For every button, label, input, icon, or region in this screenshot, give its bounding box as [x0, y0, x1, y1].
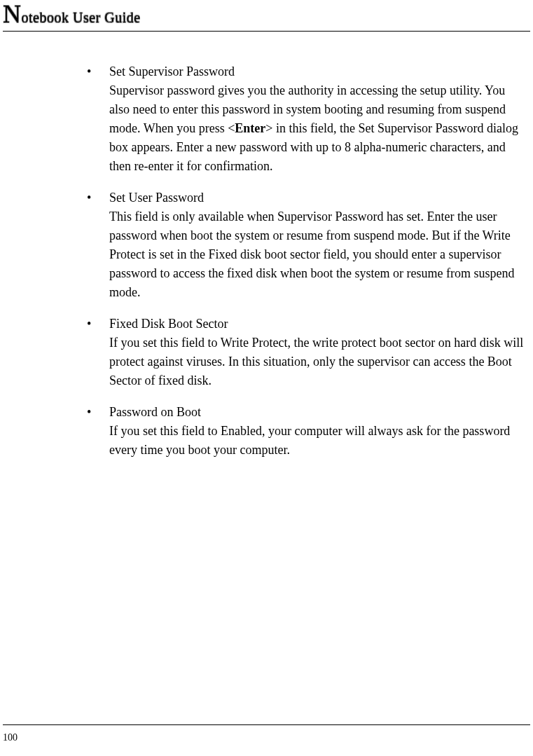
- page-content: Set Supervisor Password Supervisor passw…: [0, 32, 533, 460]
- item-title: Set User Password: [109, 188, 526, 207]
- list-item: Set Supervisor Password Supervisor passw…: [83, 62, 526, 176]
- header-initial-letter: N: [3, 1, 22, 27]
- bullet-list: Set Supervisor Password Supervisor passw…: [83, 62, 526, 460]
- item-body: Supervisor password gives you the author…: [109, 81, 526, 176]
- page-header: Notebook User Guide: [0, 0, 533, 27]
- enter-key-label: Enter: [235, 121, 265, 135]
- page-number: 100: [3, 732, 18, 743]
- list-item: Password on Boot If you set this field t…: [83, 403, 526, 460]
- item-body: This field is only available when Superv…: [109, 207, 526, 302]
- header-title: Notebook User Guide: [3, 1, 533, 27]
- header-title-rest: otebook User Guide: [22, 10, 141, 25]
- list-item: Fixed Disk Boot Sector If you set this f…: [83, 315, 526, 390]
- item-title: Fixed Disk Boot Sector: [109, 315, 526, 334]
- list-item: Set User Password This field is only ava…: [83, 188, 526, 302]
- item-body: If you set this field to Write Protect, …: [109, 334, 526, 390]
- item-title: Set Supervisor Password: [109, 62, 526, 81]
- item-title: Password on Boot: [109, 403, 526, 422]
- item-body: If you set this field to Enabled, your c…: [109, 422, 526, 460]
- footer-rule: [3, 724, 530, 725]
